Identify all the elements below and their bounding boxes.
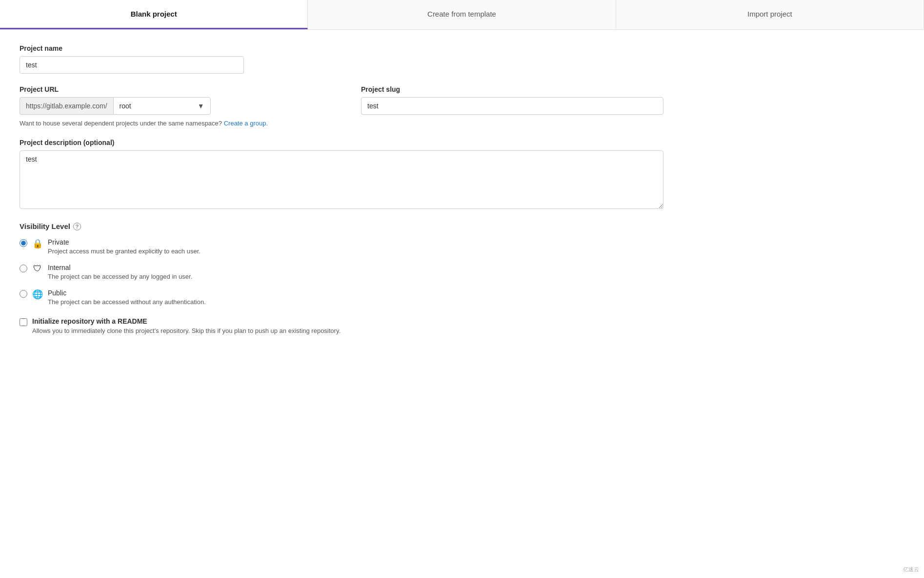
- visibility-internal-desc: The project can be accessed by any logge…: [48, 273, 192, 280]
- visibility-internal-radio[interactable]: [20, 265, 27, 272]
- url-col: Project URL https://gitlab.example.com/ …: [20, 85, 341, 127]
- visibility-help-icon[interactable]: ?: [73, 223, 81, 230]
- init-readme-checkbox[interactable]: [20, 318, 27, 326]
- project-name-group: Project name: [20, 44, 663, 74]
- visibility-private-radio[interactable]: [20, 239, 27, 247]
- init-readme-label: Initialize repository with a README: [32, 317, 341, 325]
- project-description-label: Project description (optional): [20, 139, 663, 146]
- namespace-value: root: [120, 102, 131, 110]
- init-readme-desc: Allows you to immediately clone this pro…: [32, 327, 341, 334]
- project-name-input[interactable]: [20, 56, 244, 74]
- project-url-label: Project URL: [20, 85, 341, 93]
- tab-blank-project[interactable]: Blank project: [0, 0, 308, 29]
- tab-import-project[interactable]: Import project: [616, 0, 924, 29]
- init-readme-row: Initialize repository with a README Allo…: [20, 317, 663, 334]
- form-body: Project name Project URL https://gitlab.…: [0, 30, 683, 352]
- project-name-label: Project name: [20, 44, 663, 52]
- create-group-link[interactable]: Create a group.: [224, 120, 268, 127]
- visibility-public-option: 🌐 Public The project can be accessed wit…: [20, 289, 663, 306]
- internal-shield-icon: 🛡: [32, 264, 43, 274]
- visibility-section-title: Visibility Level ?: [20, 222, 663, 230]
- chevron-down-icon: ▼: [198, 102, 204, 110]
- project-slug-label: Project slug: [361, 85, 663, 93]
- visibility-public-label: Public: [48, 289, 206, 297]
- namespace-hint: Want to house several dependent projects…: [20, 120, 341, 127]
- private-lock-icon: 🔒: [32, 238, 43, 249]
- project-description-group: Project description (optional) test: [20, 139, 663, 210]
- public-globe-icon: 🌐: [32, 289, 43, 300]
- project-description-input[interactable]: test: [20, 150, 663, 209]
- visibility-public-radio[interactable]: [20, 290, 27, 298]
- visibility-internal-label: Internal: [48, 264, 192, 271]
- url-prefix: https://gitlab.example.com/: [20, 97, 113, 115]
- visibility-private-label: Private: [48, 238, 201, 246]
- slug-col: Project slug: [361, 85, 663, 115]
- tab-bar: Blank project Create from template Impor…: [0, 0, 924, 30]
- namespace-select[interactable]: root ▼: [113, 97, 211, 115]
- url-slug-row: Project URL https://gitlab.example.com/ …: [20, 85, 663, 127]
- visibility-private-content: Private Project access must be granted e…: [48, 238, 201, 255]
- visibility-internal-content: Internal The project can be accessed by …: [48, 264, 192, 280]
- visibility-public-desc: The project can be accessed without any …: [48, 298, 206, 306]
- visibility-public-content: Public The project can be accessed witho…: [48, 289, 206, 306]
- tab-create-from-template[interactable]: Create from template: [308, 0, 616, 29]
- visibility-internal-option: 🛡 Internal The project can be accessed b…: [20, 264, 663, 280]
- init-readme-content: Initialize repository with a README Allo…: [32, 317, 341, 334]
- visibility-private-option: 🔒 Private Project access must be granted…: [20, 238, 663, 255]
- url-row: https://gitlab.example.com/ root ▼: [20, 97, 341, 115]
- project-slug-input[interactable]: [361, 97, 663, 115]
- visibility-group: Visibility Level ? 🔒 Private Project acc…: [20, 222, 663, 306]
- visibility-private-desc: Project access must be granted explicitl…: [48, 248, 201, 255]
